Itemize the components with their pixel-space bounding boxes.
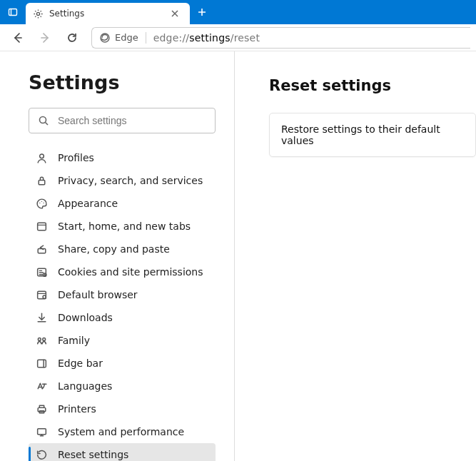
- window-icon: [36, 221, 48, 233]
- printer-icon: [36, 403, 48, 415]
- sidebar-item-cookies[interactable]: Cookies and site permissions: [29, 260, 216, 283]
- tab-close-button[interactable]: [167, 6, 183, 21]
- close-icon: [171, 9, 179, 18]
- sidebar-item-label: Downloads: [58, 312, 113, 323]
- restore-defaults-label: Restore settings to their default values: [281, 123, 440, 146]
- svg-point-2: [36, 12, 39, 15]
- sidebar-item-downloads[interactable]: Downloads: [29, 306, 216, 329]
- toolbar: Edge edge:// settings /reset: [0, 24, 476, 51]
- new-tab-button[interactable]: [190, 0, 214, 24]
- content-pane: Reset settings Restore settings to their…: [235, 51, 476, 461]
- languages-icon: [36, 380, 48, 392]
- svg-rect-25: [38, 428, 46, 434]
- settings-nav: Profiles Privacy, search, and services A…: [29, 146, 216, 461]
- family-icon: [36, 335, 48, 347]
- main-area: Settings Profiles Privacy, search, and s…: [0, 51, 476, 461]
- settings-sidebar: Settings Profiles Privacy, search, and s…: [0, 51, 235, 461]
- svg-point-5: [40, 153, 44, 158]
- url-text: edge:// settings /reset: [153, 32, 260, 44]
- arrow-left-icon: [12, 32, 24, 44]
- sidebar-item-label: Printers: [58, 403, 96, 415]
- url-suffix: /reset: [231, 32, 260, 44]
- forward-button[interactable]: [33, 27, 57, 49]
- search-settings-field[interactable]: [29, 108, 216, 133]
- svg-point-17: [43, 295, 46, 298]
- svg-point-4: [40, 117, 46, 123]
- svg-rect-12: [38, 248, 46, 253]
- svg-point-9: [44, 202, 44, 203]
- download-icon: [36, 312, 48, 324]
- sidebar-item-edge-bar[interactable]: Edge bar: [29, 352, 216, 375]
- sidebar-item-default-browser[interactable]: Default browser: [29, 283, 216, 306]
- sidebar-item-profiles[interactable]: Profiles: [29, 146, 216, 169]
- sidebar-item-languages[interactable]: Languages: [29, 375, 216, 397]
- url-prefix: edge://: [153, 32, 190, 44]
- sidebar-item-share[interactable]: Share, copy and paste: [29, 238, 216, 260]
- sidebar-item-start[interactable]: Start, home, and new tabs: [29, 215, 216, 238]
- lock-icon: [36, 175, 48, 187]
- sidebar-item-label: Default browser: [58, 289, 138, 300]
- plus-icon: [197, 7, 207, 17]
- sidebar-item-label: Edge bar: [58, 358, 103, 369]
- search-settings-input[interactable]: [58, 115, 206, 126]
- tab-title: Settings: [49, 9, 161, 19]
- edge-icon: [99, 32, 111, 44]
- sidebar-item-system[interactable]: System and performance: [29, 420, 216, 443]
- address-bar[interactable]: Edge edge:// settings /reset: [91, 27, 470, 49]
- reload-icon: [66, 32, 78, 44]
- sidebar-item-family[interactable]: Family: [29, 329, 216, 352]
- sidebar-item-label: Privacy, search, and services: [58, 175, 203, 186]
- sidebar-item-label: Start, home, and new tabs: [58, 221, 191, 232]
- sidebar-item-reset-settings[interactable]: Reset settings: [29, 443, 216, 461]
- sidebar-item-label: Share, copy and paste: [58, 243, 170, 255]
- svg-rect-10: [38, 223, 46, 230]
- svg-point-18: [38, 338, 41, 340]
- edge-bar-icon: [36, 358, 48, 370]
- cookies-icon: [36, 266, 48, 278]
- arrow-right-icon: [39, 32, 51, 44]
- restore-defaults-button[interactable]: Restore settings to their default values: [269, 113, 476, 157]
- sidebar-item-label: Appearance: [58, 198, 118, 209]
- browser-icon: [36, 289, 48, 301]
- sidebar-item-printers[interactable]: Printers: [29, 397, 216, 420]
- settings-title: Settings: [29, 71, 216, 93]
- url-main: settings: [189, 32, 230, 44]
- svg-point-8: [41, 201, 42, 201]
- search-icon: [38, 115, 49, 126]
- browser-tab[interactable]: Settings: [26, 3, 190, 24]
- reset-icon: [36, 449, 48, 461]
- svg-rect-0: [9, 9, 17, 16]
- tab-actions-button[interactable]: [0, 0, 26, 24]
- title-bar: Settings: [0, 0, 476, 24]
- sidebar-item-label: Family: [58, 335, 90, 346]
- content-title: Reset settings: [269, 77, 476, 94]
- sidebar-item-label: Languages: [58, 380, 112, 392]
- svg-point-19: [43, 338, 46, 340]
- sidebar-item-privacy[interactable]: Privacy, search, and services: [29, 169, 216, 192]
- palette-icon: [36, 198, 48, 210]
- sidebar-item-label: System and performance: [58, 426, 184, 437]
- back-button[interactable]: [6, 27, 30, 49]
- share-icon: [36, 243, 48, 255]
- svg-point-7: [39, 202, 40, 203]
- svg-rect-20: [38, 360, 46, 368]
- sidebar-item-label: Reset settings: [58, 449, 128, 460]
- sidebar-item-label: Profiles: [58, 152, 94, 163]
- system-icon: [36, 426, 48, 438]
- gear-icon: [33, 9, 44, 19]
- reload-button[interactable]: [60, 27, 84, 49]
- svg-rect-23: [39, 405, 44, 407]
- site-identity-label: Edge: [115, 32, 138, 43]
- sidebar-item-appearance[interactable]: Appearance: [29, 192, 216, 215]
- profile-icon: [36, 152, 48, 164]
- site-identity[interactable]: Edge: [99, 32, 146, 44]
- svg-rect-6: [39, 180, 45, 184]
- sidebar-item-label: Cookies and site permissions: [58, 266, 203, 278]
